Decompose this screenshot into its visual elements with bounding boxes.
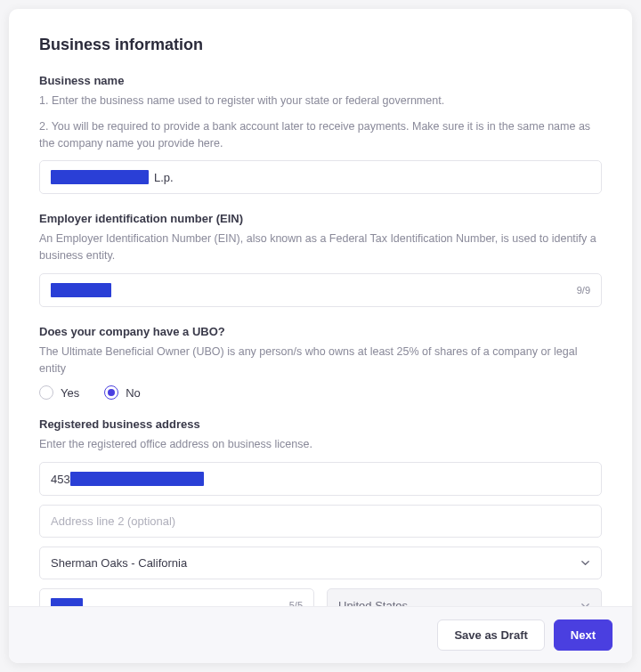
form-content: Business information Business name 1. En…: [9, 9, 632, 606]
ubo-field: Does your company have a UBO? The Ultima…: [39, 325, 602, 401]
registered-address-field: Registered business address Enter the re…: [39, 417, 602, 606]
address-line1-prefix: 453: [51, 473, 70, 486]
radio-icon: [104, 385, 118, 400]
registered-address-label: Registered business address: [39, 417, 602, 431]
business-name-help2: 2. You will be required to provide a ban…: [39, 118, 602, 152]
ubo-no-label: No: [126, 386, 141, 400]
save-draft-button[interactable]: Save as Draft: [437, 619, 544, 651]
ubo-label: Does your company have a UBO?: [39, 325, 602, 338]
redacted-block: [70, 472, 204, 486]
business-info-card: Business information Business name 1. En…: [9, 9, 632, 663]
business-name-label: Business name: [39, 74, 602, 87]
ein-label: Employer identification number (EIN): [39, 212, 602, 225]
ein-counter: 9/9: [577, 285, 590, 296]
chevron-down-icon: [580, 558, 590, 569]
ubo-no-option[interactable]: No: [104, 385, 141, 400]
business-name-value: L.p.: [154, 171, 590, 184]
page-title: Business information: [39, 36, 602, 54]
ubo-yes-option[interactable]: Yes: [39, 385, 79, 400]
zip-counter: 5/5: [289, 600, 303, 606]
zip-input[interactable]: 5/5: [39, 588, 314, 606]
business-name-field: Business name 1. Enter the business name…: [39, 74, 602, 194]
registered-address-help: Enter the registered office address on b…: [39, 436, 602, 453]
redacted-block: [51, 598, 83, 606]
business-name-help1: 1. Enter the business name used to regis…: [39, 93, 602, 109]
ein-input[interactable]: 9/9: [39, 273, 602, 307]
ein-help: An Employer Identification Number (EIN),…: [39, 231, 602, 264]
redacted-block: [51, 170, 149, 184]
redacted-block: [51, 283, 111, 297]
address-line2-input[interactable]: Address line 2 (optional): [39, 505, 602, 538]
ein-field: Employer identification number (EIN) An …: [39, 212, 602, 307]
country-select[interactable]: United States: [327, 588, 602, 606]
ubo-help: The Ultimate Beneficial Owner (UBO) is a…: [39, 344, 602, 377]
city-state-select[interactable]: Sherman Oaks - California: [39, 547, 602, 579]
city-state-value: Sherman Oaks - California: [51, 556, 580, 570]
country-value: United States: [338, 599, 580, 607]
address-line2-placeholder: Address line 2 (optional): [51, 514, 590, 528]
radio-icon: [39, 385, 53, 400]
form-footer: Save as Draft Next: [9, 606, 632, 663]
business-name-input[interactable]: L.p.: [39, 160, 602, 194]
ubo-radio-group: Yes No: [39, 385, 602, 400]
next-button[interactable]: Next: [554, 619, 613, 651]
address-line1-input[interactable]: 453: [39, 462, 602, 496]
chevron-down-icon: [580, 600, 590, 606]
ubo-yes-label: Yes: [61, 386, 79, 400]
